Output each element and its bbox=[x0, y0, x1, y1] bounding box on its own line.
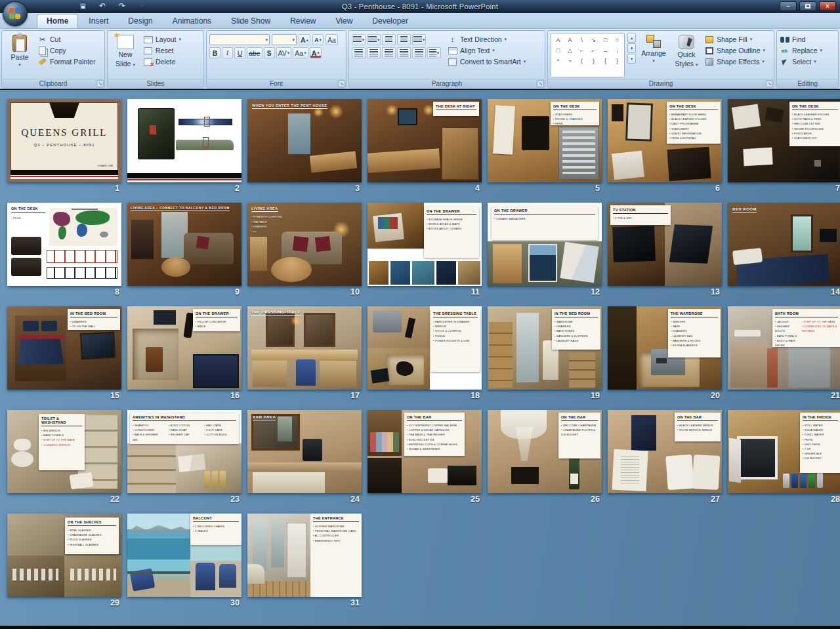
slide-thumbnail-10[interactable]: LIVING AREA SOFA WITH CUSHIONS TEA TABLE… bbox=[247, 203, 362, 286]
shapes-gallery[interactable]: AA\↘□○ □△⌐⌐→↓ *~(){} bbox=[551, 33, 625, 77]
align-right-button[interactable] bbox=[382, 47, 396, 58]
redo-button[interactable]: ↷ bbox=[117, 1, 127, 10]
slide-thumbnail-8[interactable]: ON THE DESK PLUG bbox=[7, 203, 121, 286]
slide-sorter-workspace[interactable]: Queens Grill Q3 – PENTHOUSE – 8091 CUNAR… bbox=[0, 90, 840, 626]
tab-review[interactable]: Review bbox=[281, 14, 325, 28]
slide-thumbnail-20[interactable]: THE WARDROBE SHELVES SAFE DRAWERS LAUNDR… bbox=[608, 306, 722, 390]
save-button[interactable] bbox=[77, 1, 88, 10]
tab-design[interactable]: Design bbox=[119, 14, 161, 28]
convert-smartart-button[interactable]: Convert to SmartArt▾ bbox=[448, 57, 526, 66]
distribute-button[interactable] bbox=[412, 47, 426, 58]
slide-thumbnail-4[interactable]: THE DESK AT RIGHT bbox=[368, 99, 482, 182]
bullet: ELECTRIC KETTLE bbox=[407, 437, 462, 442]
format-painter-button[interactable]: Format Painter bbox=[37, 57, 95, 66]
slide-thumbnail-30[interactable]: BALCONY 2 RECLINING CHAIRS 2 TABLES bbox=[127, 514, 242, 597]
layout-button[interactable]: Layout▾ bbox=[143, 35, 181, 44]
slide-thumbnail-6[interactable]: ON THE DESK BREAKFAST DOOR MENU BLACK LE… bbox=[608, 99, 722, 182]
slide-thumbnail-13[interactable]: TV STATION 2 TVS & HIFI bbox=[608, 203, 722, 286]
replace-button[interactable]: abReplace▾ bbox=[780, 46, 822, 55]
slide-thumbnail-17[interactable]: THE DRESSING TABLE bbox=[247, 306, 362, 390]
italic-button[interactable]: I bbox=[222, 47, 233, 58]
text-shadow-button[interactable]: S bbox=[264, 47, 275, 58]
select-button[interactable]: ◤Select▾ bbox=[780, 57, 822, 66]
shape-outline-button[interactable]: Shape Outline▾ bbox=[704, 46, 765, 55]
decrease-indent-button[interactable] bbox=[382, 34, 396, 45]
slide-thumbnail-3[interactable]: WHEN YOU ENTER THE PENT HOUSE bbox=[247, 99, 362, 182]
slide-thumbnail-7[interactable]: ON THE DESK BLACK LEATHER FOLDER NOTE PA… bbox=[728, 99, 840, 182]
slide-thumbnail-22[interactable]: TOILET & WASHSTAND BIG MIRROR HAND TOWEL… bbox=[7, 410, 121, 493]
tab-insert[interactable]: Insert bbox=[79, 14, 117, 28]
character-spacing-button[interactable]: AV▾ bbox=[276, 47, 292, 58]
tab-slide-show[interactable]: Slide Show bbox=[222, 14, 280, 28]
text-direction-button[interactable]: ↕Text Direction▾ bbox=[448, 35, 526, 44]
slide-thumbnail-27[interactable]: ON THE BAR BLACK LEATHER MENUS ROOM SERV… bbox=[608, 410, 722, 493]
align-center-button[interactable] bbox=[367, 47, 381, 58]
slide-thumbnail-9[interactable]: LIVING AREA – CONNECT TO BALCONY & BED R… bbox=[127, 203, 242, 286]
qat-customize-caret[interactable]: ▾ bbox=[136, 1, 147, 10]
shape-fill-button[interactable]: Shape Fill▾ bbox=[704, 35, 765, 44]
delete-button[interactable]: Delete bbox=[143, 57, 181, 66]
slide-thumbnail-29[interactable]: ON THE SHELVES WINE GLASSES CHAMPAGNE GL… bbox=[7, 514, 121, 597]
columns-button[interactable]: ▾ bbox=[427, 47, 441, 58]
drawing-dialog-launcher[interactable]: ↘ bbox=[766, 80, 773, 87]
slide-thumbnail-28[interactable]: IN THE FRIDGE STILL WATER SODA WATER TON… bbox=[728, 410, 840, 493]
slide-thumbnail-14[interactable]: BED ROOM bbox=[728, 203, 840, 286]
slide-thumbnail-18[interactable]: THE DRESSING TABLE HAIR DRYER IN DRAWER … bbox=[368, 306, 482, 390]
bullets-button[interactable]: ▾ bbox=[352, 34, 366, 45]
slide-thumbnail-21[interactable]: BATH ROOM JACUZZI SHOWER BOOTH BATH TOWE… bbox=[728, 306, 840, 390]
slide-thumbnail-11[interactable]: ON THE DRAWER STORAGE SPACE INSIDE WORLD… bbox=[368, 203, 482, 286]
slide-thumbnail-16[interactable]: ON THE DRAWER PILLOW CONCIERGE BIBLE bbox=[127, 306, 242, 390]
tab-view[interactable]: View bbox=[327, 14, 362, 28]
undo-button[interactable]: ↶ bbox=[97, 1, 108, 10]
close-button[interactable]: × bbox=[819, 1, 836, 11]
font-size-combo[interactable]: ▾ bbox=[272, 34, 297, 45]
arrange-button[interactable]: Arrange ▾ bbox=[639, 33, 669, 77]
paste-caret[interactable]: ▾ bbox=[18, 62, 21, 68]
line-spacing-button[interactable]: ▾ bbox=[412, 34, 426, 45]
slide-thumbnail-5[interactable]: ON THE DESK STATIONERY PHONE & CHARGER P… bbox=[488, 99, 602, 182]
clipboard-dialog-launcher[interactable]: ↘ bbox=[96, 80, 104, 87]
paragraph-dialog-launcher[interactable]: ↘ bbox=[537, 80, 544, 87]
slide-thumbnail-15[interactable]: IN THE BED ROOM DRAWERS TV ON THE WALL bbox=[7, 306, 121, 390]
font-name-combo[interactable]: ▾ bbox=[209, 34, 270, 45]
numbering-button[interactable]: ▾ bbox=[367, 34, 381, 45]
shape-effects-button[interactable]: Shape Effects▾ bbox=[704, 57, 765, 66]
new-slide-button[interactable]: New Slide ▾ bbox=[110, 33, 140, 77]
tab-developer[interactable]: Developer bbox=[363, 14, 417, 28]
shrink-font-button[interactable]: A▾ bbox=[312, 34, 324, 45]
font-color-button[interactable]: A▾ bbox=[310, 47, 322, 58]
paste-button[interactable]: Paste ▾ bbox=[5, 33, 35, 77]
slide-thumbnail-2[interactable] bbox=[127, 99, 242, 182]
font-dialog-launcher[interactable]: ↘ bbox=[338, 80, 345, 87]
shapes-gallery-scroll[interactable]: ▴▾▾ bbox=[627, 33, 636, 77]
bold-button[interactable]: B bbox=[209, 47, 220, 58]
tab-animations[interactable]: Animations bbox=[163, 14, 220, 28]
grow-font-button[interactable]: A▴ bbox=[299, 34, 310, 45]
quick-styles-button[interactable]: Quick Styles ▾ bbox=[671, 33, 702, 77]
restore-button[interactable] bbox=[799, 1, 816, 11]
slide-thumbnail-12[interactable]: ON THE DRAWER CUNARD MAGAZINES bbox=[488, 203, 602, 286]
office-button[interactable] bbox=[3, 1, 28, 26]
justify-button[interactable] bbox=[397, 47, 411, 58]
slide-thumbnail-26[interactable]: ON THE BAR WELCOME CHAMPAGNE CHAMPAGNE F… bbox=[488, 410, 602, 493]
align-left-button[interactable] bbox=[352, 47, 366, 58]
strikethrough-button[interactable]: abe bbox=[247, 47, 262, 58]
slide-thumbnail-31[interactable]: THE ENTRANCE SLIPPER WARDROBE PERSONAL W… bbox=[247, 514, 362, 597]
clear-formatting-button[interactable]: Aa bbox=[326, 34, 338, 45]
slide-thumbnail-23[interactable]: AMENITIES IN WASHSTAND SHAMPOO CONDITION… bbox=[127, 410, 242, 493]
copy-button[interactable]: Copy bbox=[37, 46, 95, 55]
slide-thumbnail-1[interactable]: Queens Grill Q3 – PENTHOUSE – 8091 CUNAR… bbox=[7, 99, 121, 182]
underline-button[interactable]: U bbox=[234, 47, 245, 58]
find-button[interactable]: Find bbox=[780, 35, 822, 44]
slide-thumbnail-19[interactable]: IN THE BED ROOM WARDROBE DRAWERS BATH RO… bbox=[488, 306, 602, 390]
increase-indent-button[interactable] bbox=[397, 34, 411, 45]
align-text-button[interactable]: Align Text▾ bbox=[448, 46, 526, 55]
change-case-button[interactable]: Aa▾ bbox=[293, 47, 308, 58]
tab-home[interactable]: Home bbox=[37, 14, 78, 28]
bullet: CHAMPAGNE FLUTES & ICE BUCKET bbox=[561, 428, 598, 437]
minimize-button[interactable]: – bbox=[780, 1, 797, 11]
slide-thumbnail-25[interactable]: ON THE BAR ILLY ESPRESSO COFFEE MACHINE … bbox=[368, 410, 482, 493]
cut-button[interactable]: ✂Cut bbox=[37, 35, 95, 44]
slide-thumbnail-24[interactable]: BAR AREA bbox=[247, 410, 362, 493]
reset-button[interactable]: Reset bbox=[143, 46, 181, 55]
